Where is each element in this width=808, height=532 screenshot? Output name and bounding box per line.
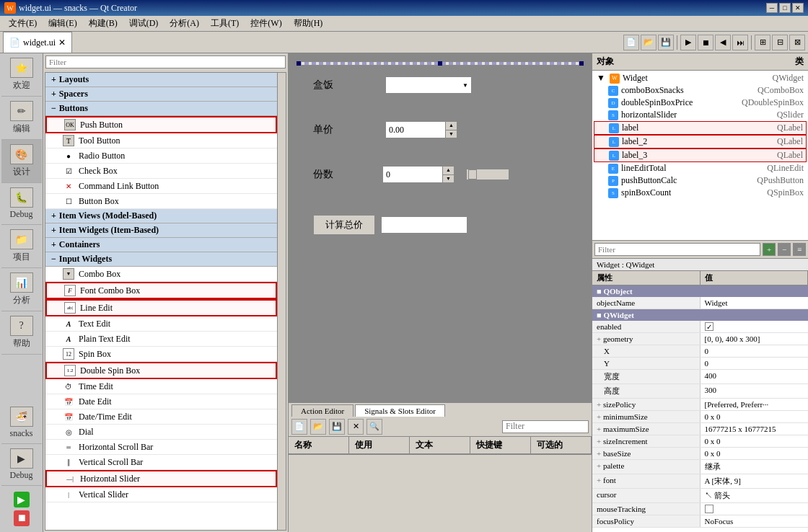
widget-tool-button[interactable]: T Tool Button xyxy=(45,133,277,148)
tree-row-combo[interactable]: C comboBoxSnacks QComboBox xyxy=(594,84,807,97)
category-buttons[interactable]: − Buttons xyxy=(45,102,277,116)
toolbar-btn4[interactable]: ⏭ xyxy=(732,35,748,50)
widget-time-edit[interactable]: ⏱ Time Edit xyxy=(45,379,277,394)
combo-snacks[interactable]: ▼ xyxy=(385,76,472,94)
mousetracking-checkbox[interactable] xyxy=(705,505,713,513)
count-down[interactable]: ▼ xyxy=(443,175,454,183)
widget-list-scrollbar[interactable] xyxy=(277,73,286,530)
total-lineedit[interactable] xyxy=(381,216,467,234)
widget-v-slider[interactable]: | Vertical Slider xyxy=(45,487,277,502)
widget-filter-input[interactable] xyxy=(45,56,286,68)
run-button[interactable]: ▶ xyxy=(14,492,30,507)
prop-enabled-value[interactable]: ✓ xyxy=(701,321,809,332)
prop-basesize-label[interactable]: baseSize xyxy=(592,448,701,459)
tree-row-label2[interactable]: L label_2 QLabel xyxy=(594,135,807,148)
handle-bm[interactable] xyxy=(438,61,442,66)
prop-filter-input[interactable] xyxy=(594,243,760,256)
prop-add-btn[interactable]: + xyxy=(763,243,776,256)
sidebar-help[interactable]: ? 帮助 xyxy=(1,311,42,355)
widget-double-spin[interactable]: 1.2 Double Spin Box xyxy=(45,362,277,379)
menu-file[interactable]: 文件(E) xyxy=(3,16,43,31)
bottom-delete[interactable]: ✕ xyxy=(348,419,364,435)
toolbar-layout[interactable]: ⊟ xyxy=(772,35,788,50)
widget-date-edit[interactable]: 📅 Date Edit xyxy=(45,394,277,409)
slider-handle[interactable] xyxy=(468,169,477,179)
widget-combo-box[interactable]: ▼ Combo Box xyxy=(45,267,277,282)
widget-line-edit[interactable]: ab| Line Edit xyxy=(45,299,277,316)
category-item-widgets[interactable]: + Item Widgets (Item-Based) xyxy=(45,223,277,238)
menu-analyze[interactable]: 分析(A) xyxy=(164,16,205,31)
menu-debug[interactable]: 调试(D) xyxy=(123,16,164,31)
prop-mousetracking-value[interactable] xyxy=(701,503,809,515)
bottom-add[interactable]: 📄 xyxy=(291,419,307,435)
category-item-views[interactable]: + Item Views (Model-Based) xyxy=(45,209,277,223)
tree-expand-widget[interactable]: ▼ xyxy=(597,73,605,84)
tab-action-editor[interactable]: Action Editor xyxy=(291,404,354,417)
widget-command-link[interactable]: ✕ Command Link Button xyxy=(45,179,277,194)
widget-h-scroll[interactable]: ═ Horizontal Scroll Bar xyxy=(45,440,277,455)
prop-menu-btn[interactable]: ≡ xyxy=(793,243,806,256)
close-button[interactable]: ✕ xyxy=(792,3,804,13)
handle-bl[interactable] xyxy=(297,61,301,66)
widget-font-combo[interactable]: F Font Combo Box xyxy=(45,282,277,299)
prop-sizeinc-label[interactable]: sizeIncrement xyxy=(592,435,701,447)
price-up[interactable]: ▲ xyxy=(446,122,457,130)
toolbar-btn2[interactable]: ⏹ xyxy=(698,35,713,50)
category-spacers[interactable]: + Spacers xyxy=(45,87,277,102)
toolbar-align[interactable]: ⊠ xyxy=(789,35,805,50)
bottom-filter-btn[interactable]: 🔍 xyxy=(366,419,382,435)
prop-height-value[interactable]: 300 xyxy=(701,384,809,398)
count-up[interactable]: ▲ xyxy=(443,167,454,175)
sidebar-debug[interactable]: 🐛 Debug xyxy=(1,183,42,225)
bottom-filter-input[interactable] xyxy=(502,420,589,433)
menu-edit[interactable]: 编辑(E) xyxy=(43,16,82,31)
widget-button-box[interactable]: ☐ Button Box xyxy=(45,194,277,209)
category-containers[interactable]: + Containers xyxy=(45,238,277,252)
tab-signals-slots[interactable]: Signals & Slots Editor xyxy=(355,404,445,417)
stop-button[interactable]: ⏹ xyxy=(14,510,30,526)
widget-check-box[interactable]: ☑ Check Box xyxy=(45,164,277,179)
enabled-checkbox[interactable]: ✓ xyxy=(705,322,713,331)
tree-row-slider[interactable]: S horizontalSlider QSlider xyxy=(594,109,807,121)
tree-row-spincount[interactable]: S spinBoxCount QSpinBox xyxy=(594,187,807,199)
prop-minsize-label[interactable]: minimumSize xyxy=(592,411,701,422)
widget-dial[interactable]: ◎ Dial xyxy=(45,425,277,440)
minimize-button[interactable]: ─ xyxy=(766,3,778,13)
widget-text-edit[interactable]: A Text Edit xyxy=(45,316,277,332)
widget-spin-box[interactable]: 12 Spin Box xyxy=(45,347,277,362)
menu-build[interactable]: 构建(B) xyxy=(83,16,123,31)
category-input-widgets[interactable]: − Input Widgets xyxy=(45,252,277,267)
bottom-scrollbar-h[interactable] xyxy=(289,454,592,463)
tree-row-widget[interactable]: ▼ W Widget QWidget xyxy=(594,72,807,84)
toolbar-btn3[interactable]: ◀ xyxy=(715,35,731,50)
prop-maxsize-label[interactable]: maximumSize xyxy=(592,423,701,435)
prop-palette-label[interactable]: palette xyxy=(592,460,701,474)
widget-v-scroll[interactable]: ║ Vertical Scroll Bar xyxy=(45,455,277,470)
toolbar-save[interactable]: 💾 xyxy=(658,35,674,50)
sidebar-welcome[interactable]: ⭐ 欢迎 xyxy=(1,53,42,97)
tree-row-lineedit[interactable]: E lineEditTotal QLineEdit xyxy=(594,162,807,174)
prop-width-value[interactable]: 400 xyxy=(701,370,809,384)
prop-cursor-value[interactable]: ↖ 箭头 xyxy=(701,489,809,502)
file-tab-close[interactable]: ✕ xyxy=(58,37,66,48)
prop-focuspolicy-value[interactable]: NoFocus xyxy=(701,515,809,527)
sidebar-debug2[interactable]: ▶ Debug xyxy=(1,444,42,486)
file-tab[interactable]: 📄 widget.ui ✕ xyxy=(3,32,72,53)
menu-tools[interactable]: 工具(T) xyxy=(205,16,245,31)
spinbox-price[interactable]: 0.00 ▲ ▼ xyxy=(385,121,457,138)
prop-geometry-label[interactable]: geometry xyxy=(592,333,701,345)
bottom-save[interactable]: 💾 xyxy=(329,419,345,435)
widget-datetime-edit[interactable]: 📅 Date/Time Edit xyxy=(45,409,277,425)
prop-font-label[interactable]: font xyxy=(592,474,701,488)
widget-plain-text[interactable]: A Plain Text Edit xyxy=(45,332,277,347)
sidebar-analyze[interactable]: 📊 分析 xyxy=(1,268,42,311)
maximize-button[interactable]: □ xyxy=(779,3,791,13)
prop-remove-btn[interactable]: − xyxy=(778,243,791,256)
tree-row-label[interactable]: L label QLabel xyxy=(594,121,807,135)
sidebar-design[interactable]: 🎨 设计 xyxy=(1,140,42,183)
sidebar-snacks[interactable]: 🍜 snacks xyxy=(1,402,42,444)
sidebar-edit[interactable]: ✏ 编辑 xyxy=(1,97,42,140)
prop-x-value[interactable]: 0 xyxy=(701,345,809,357)
sidebar-project[interactable]: 📁 项目 xyxy=(1,225,42,268)
toolbar-new[interactable]: 📄 xyxy=(623,35,639,50)
